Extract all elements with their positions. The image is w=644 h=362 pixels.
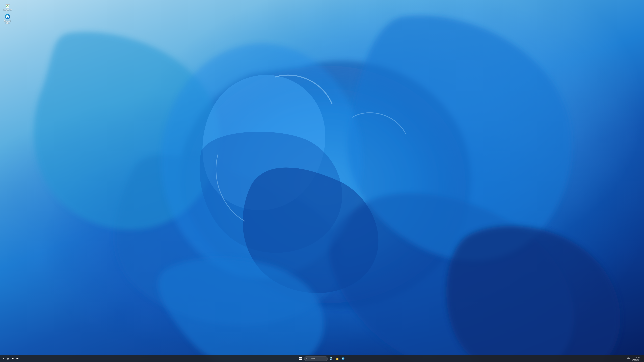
recycle-bin-label: Recycle Bin bbox=[3, 9, 12, 11]
file-explorer-button[interactable] bbox=[334, 356, 340, 361]
search-bar[interactable]: Search bbox=[304, 356, 328, 361]
svg-point-6 bbox=[8, 360, 8, 360]
logo-piece-3 bbox=[299, 359, 301, 360]
svg-rect-9 bbox=[18, 359, 18, 359]
svg-rect-8 bbox=[16, 358, 18, 359]
svg-rect-12 bbox=[330, 357, 331, 359]
svg-rect-13 bbox=[331, 357, 332, 359]
taskbar-right: 11:06 AM 8/22/2024 bbox=[346, 356, 643, 362]
clock[interactable]: 11:06 AM 8/22/2024 bbox=[632, 356, 641, 362]
windows-logo bbox=[299, 357, 302, 360]
edge-label: Microsoft Edge bbox=[2, 20, 13, 24]
notifications-icon[interactable] bbox=[626, 357, 630, 361]
clock-date: 8/22/2024 bbox=[632, 359, 640, 361]
recycle-bin-icon[interactable]: Recycle Bin bbox=[2, 2, 14, 11]
start-button[interactable] bbox=[298, 356, 304, 361]
logo-piece-4 bbox=[301, 359, 302, 360]
edge-taskbar-button[interactable] bbox=[340, 356, 346, 361]
svg-rect-19 bbox=[336, 359, 337, 360]
taskbar-left bbox=[1, 357, 298, 361]
search-icon-taskbar bbox=[306, 358, 308, 360]
svg-line-11 bbox=[308, 359, 308, 360]
svg-rect-4 bbox=[7, 4, 8, 4]
taskbar: Search bbox=[0, 355, 644, 362]
show-desktop-button[interactable] bbox=[642, 356, 643, 361]
taskbar-center: Search bbox=[298, 356, 346, 361]
desktop: Recycle Bin bbox=[0, 0, 644, 362]
edge-image bbox=[4, 13, 10, 19]
svg-rect-14 bbox=[330, 359, 331, 360]
svg-rect-21 bbox=[628, 358, 630, 359]
widgets-button[interactable] bbox=[328, 356, 334, 361]
svg-point-20 bbox=[342, 357, 344, 360]
search-label: Search bbox=[310, 358, 315, 360]
svg-rect-18 bbox=[336, 359, 338, 359]
chat-icon bbox=[627, 358, 630, 360]
network-icon[interactable] bbox=[6, 357, 10, 361]
battery-icon[interactable] bbox=[16, 357, 20, 361]
file-explorer-icon bbox=[336, 357, 338, 360]
logo-piece-1 bbox=[299, 357, 301, 359]
svg-rect-15 bbox=[331, 359, 332, 360]
clock-time: 11:06 AM bbox=[632, 356, 640, 359]
volume-icon[interactable] bbox=[11, 357, 15, 361]
logo-piece-2 bbox=[301, 357, 302, 359]
chevron-up-button[interactable] bbox=[1, 357, 5, 361]
edge-icon[interactable]: Microsoft Edge bbox=[2, 13, 14, 25]
wallpaper-bloom-svg bbox=[0, 0, 644, 362]
desktop-icons: Recycle Bin bbox=[2, 2, 14, 25]
svg-rect-17 bbox=[336, 359, 337, 359]
widgets-icon bbox=[330, 357, 332, 360]
recycle-bin-image bbox=[4, 2, 10, 8]
edge-taskbar-icon bbox=[342, 357, 345, 360]
